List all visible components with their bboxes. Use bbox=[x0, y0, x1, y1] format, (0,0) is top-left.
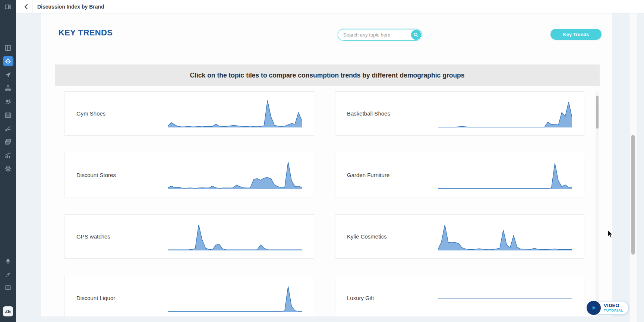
topic-sparkline bbox=[438, 161, 572, 189]
topic-label: Gym Shoes bbox=[76, 110, 105, 117]
sidebar-item-dashboard[interactable] bbox=[0, 41, 16, 54]
sidebar-divider bbox=[3, 36, 13, 36]
instruction-banner: Click on the topic tiles to compare cons… bbox=[55, 64, 600, 86]
topbar: Discussion Index by Brand bbox=[16, 0, 644, 13]
topic-sparkline bbox=[438, 100, 572, 128]
topic-label: GPS watches bbox=[76, 233, 110, 240]
topic-tile[interactable]: Garden Furniture bbox=[335, 153, 584, 197]
topic-tile[interactable]: Discount Stores bbox=[64, 153, 314, 197]
search-icon bbox=[414, 32, 419, 37]
sidebar-item-focus-target[interactable] bbox=[0, 54, 16, 68]
sidebar-item-guide[interactable] bbox=[0, 281, 16, 294]
topic-tile[interactable]: Kylie Cosmetics bbox=[335, 214, 584, 259]
section-heading: KEY TRENDS bbox=[59, 28, 113, 38]
sidebar-item-trends[interactable] bbox=[0, 148, 16, 162]
sidebar-item-layers[interactable] bbox=[0, 135, 16, 148]
topbar-separator bbox=[32, 0, 33, 13]
topic-label: Discount Liquor bbox=[76, 295, 115, 301]
topic-tile[interactable]: Luxury Gift bbox=[335, 276, 584, 316]
topic-label: Luxury Gift bbox=[347, 295, 374, 301]
sidebar-item-settings[interactable] bbox=[0, 162, 16, 175]
sidebar-item-broadcast[interactable] bbox=[0, 268, 16, 281]
topic-sparkline bbox=[168, 100, 302, 128]
topic-tile[interactable]: Gym Shoes bbox=[64, 91, 314, 136]
topic-sparkline bbox=[168, 222, 302, 251]
topic-sparkline bbox=[438, 222, 572, 251]
page-scrollbar-thumb[interactable] bbox=[631, 135, 635, 255]
video-tutorial-label: VIDEO TUTORIAL bbox=[604, 303, 624, 312]
page-title: Discussion Index by Brand bbox=[37, 0, 104, 13]
topic-search bbox=[338, 29, 422, 41]
sidebar-divider bbox=[3, 303, 13, 303]
page-scrollbar[interactable] bbox=[630, 13, 637, 322]
back-button[interactable] bbox=[20, 0, 32, 13]
sidebar-item-calendar[interactable] bbox=[0, 108, 16, 121]
sidebar-item-send[interactable] bbox=[0, 68, 16, 81]
topic-label: Kylie Cosmetics bbox=[347, 233, 387, 240]
topic-tile[interactable]: GPS watches bbox=[64, 214, 314, 259]
grid-scrollbar-thumb[interactable] bbox=[596, 96, 599, 129]
topic-tiles-grid: Gym ShoesBasketball ShoesDiscount Stores… bbox=[64, 91, 584, 316]
main-panel: KEY TRENDS Key Trends Click on the topic… bbox=[41, 13, 612, 316]
sidebar-divider bbox=[3, 249, 13, 249]
topic-label: Discount Stores bbox=[76, 172, 116, 178]
user-initials-badge[interactable]: ZE bbox=[3, 306, 13, 316]
sidebar-item-bell[interactable] bbox=[0, 254, 16, 268]
search-input[interactable] bbox=[343, 32, 411, 38]
topic-tile[interactable]: Discount Liquor bbox=[64, 276, 314, 316]
grid-scrollbar[interactable] bbox=[596, 91, 599, 315]
key-trends-button[interactable]: Key Trends bbox=[550, 29, 602, 40]
sidebar-item-flow[interactable] bbox=[0, 121, 16, 135]
video-tutorial-button[interactable]: VIDEO TUTORIAL bbox=[587, 301, 629, 315]
topic-label: Garden Furniture bbox=[347, 172, 389, 178]
search-button[interactable] bbox=[411, 30, 421, 40]
topic-label: Basketball Shoes bbox=[347, 110, 390, 117]
sidebar-item-sitemap[interactable] bbox=[0, 81, 16, 95]
sidebar-item-audience[interactable] bbox=[0, 95, 16, 108]
panel-toggle-icon[interactable] bbox=[0, 0, 16, 13]
sidebar: ZE bbox=[0, 0, 16, 322]
topic-sparkline bbox=[168, 161, 302, 189]
topic-sparkline bbox=[438, 284, 572, 312]
topic-sparkline bbox=[168, 284, 302, 312]
topic-tile[interactable]: Basketball Shoes bbox=[335, 91, 584, 136]
play-icon bbox=[586, 300, 602, 316]
chevron-left-icon bbox=[24, 4, 28, 10]
